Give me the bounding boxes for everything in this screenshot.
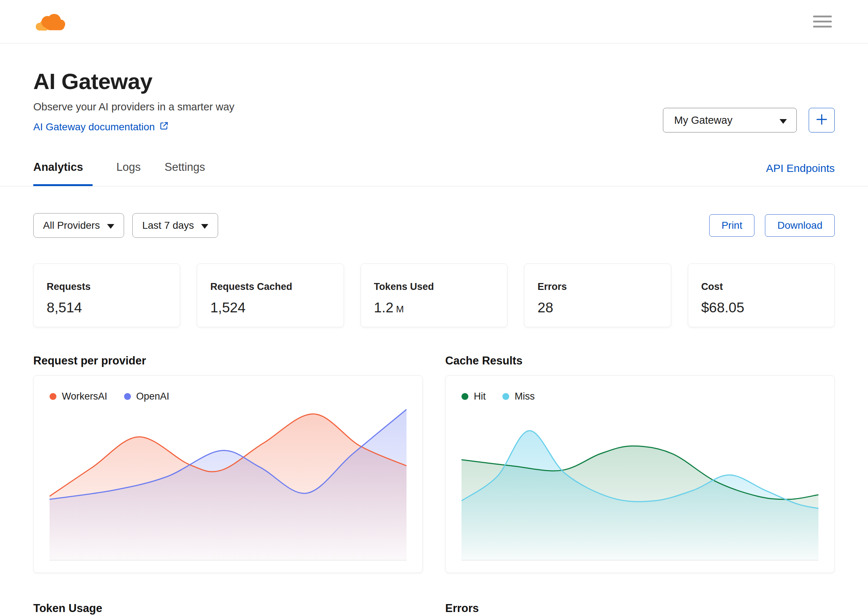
legend-label: Hit bbox=[474, 391, 486, 402]
legend-item-workersai: WorkersAI bbox=[50, 391, 107, 402]
date-range-dropdown[interactable]: Last 7 days bbox=[132, 213, 218, 238]
add-gateway-button[interactable] bbox=[809, 108, 835, 132]
stat-card-cost: Cost $68.05 bbox=[688, 264, 835, 327]
stat-label: Requests Cached bbox=[210, 281, 336, 292]
stat-value: 28 bbox=[537, 300, 663, 316]
requests-per-provider-chart-card: WorkersAI OpenAI bbox=[33, 375, 423, 573]
bottom-sections: Token Usage Errors bbox=[33, 602, 835, 615]
tabs: Analytics Logs Settings bbox=[33, 161, 205, 186]
page-title: AI Gateway bbox=[33, 68, 835, 95]
cache-results-area-chart bbox=[462, 408, 818, 561]
stat-value: 1.2M bbox=[374, 300, 500, 316]
filter-dropdowns: All Providers Last 7 days bbox=[33, 213, 218, 238]
legend-label: Miss bbox=[515, 391, 535, 402]
cloudflare-logo-icon[interactable] bbox=[33, 11, 69, 33]
gateway-select-value: My Gateway bbox=[674, 115, 732, 126]
chevron-down-icon bbox=[201, 220, 208, 231]
stat-card-tokens-used: Tokens Used 1.2M bbox=[360, 264, 508, 327]
stat-label: Errors bbox=[537, 281, 663, 292]
chart-column-requests-per-provider: Request per provider WorkersAI OpenAI bbox=[33, 354, 423, 573]
stat-label: Cost bbox=[701, 281, 827, 292]
stat-value: 1,524 bbox=[210, 300, 336, 316]
legend-dot bbox=[502, 393, 509, 400]
stat-card-requests-cached: Requests Cached 1,524 bbox=[197, 264, 343, 327]
stat-card-errors: Errors 28 bbox=[524, 264, 671, 327]
stat-label: Tokens Used bbox=[374, 281, 500, 292]
legend-label: OpenAI bbox=[136, 391, 170, 402]
external-link-icon bbox=[159, 121, 169, 133]
chevron-down-icon bbox=[779, 115, 787, 126]
chart-legend: WorkersAI OpenAI bbox=[50, 391, 406, 402]
tabs-row: Analytics Logs Settings API Endpoints bbox=[0, 161, 868, 186]
documentation-link[interactable]: AI Gateway documentation bbox=[33, 121, 169, 133]
stat-value: 8,514 bbox=[47, 300, 172, 316]
stats-row: Requests 8,514 Requests Cached 1,524 Tok… bbox=[33, 264, 835, 327]
legend-dot bbox=[124, 393, 131, 400]
requests-per-provider-area-chart bbox=[50, 408, 406, 561]
stat-value: $68.05 bbox=[701, 300, 827, 316]
tab-settings[interactable]: Settings bbox=[165, 161, 205, 186]
tab-analytics[interactable]: Analytics bbox=[33, 161, 92, 186]
stat-card-requests: Requests 8,514 bbox=[33, 264, 180, 327]
legend-dot bbox=[50, 393, 56, 400]
download-button[interactable]: Download bbox=[765, 214, 835, 237]
errors-title: Errors bbox=[445, 602, 835, 615]
hamburger-menu-icon[interactable] bbox=[813, 16, 832, 28]
stat-label: Requests bbox=[47, 281, 172, 292]
print-button[interactable]: Print bbox=[709, 214, 755, 237]
tab-logs[interactable]: Logs bbox=[116, 161, 141, 186]
chevron-down-icon bbox=[107, 220, 114, 231]
legend-item-openai: OpenAI bbox=[124, 391, 170, 402]
legend-label: WorkersAI bbox=[62, 391, 107, 402]
export-actions: Print Download bbox=[709, 214, 835, 237]
cache-results-chart-card: Hit Miss bbox=[445, 375, 835, 573]
token-usage-title: Token Usage bbox=[33, 602, 423, 615]
filters-row: All Providers Last 7 days Print Download bbox=[33, 213, 835, 238]
chart-legend: Hit Miss bbox=[462, 391, 818, 402]
charts-section: Request per provider WorkersAI OpenAI Ca… bbox=[33, 354, 835, 573]
header-controls: My Gateway bbox=[663, 108, 835, 132]
legend-dot bbox=[462, 393, 468, 400]
date-range-value: Last 7 days bbox=[142, 220, 194, 231]
legend-item-miss: Miss bbox=[502, 391, 535, 402]
gateway-select[interactable]: My Gateway bbox=[663, 108, 797, 132]
page-header: AI Gateway Observe your AI providers in … bbox=[33, 68, 835, 133]
topbar bbox=[0, 0, 868, 44]
plus-icon bbox=[816, 113, 828, 127]
chart-title: Cache Results bbox=[445, 354, 835, 367]
chart-title: Request per provider bbox=[33, 354, 423, 367]
chart-column-cache-results: Cache Results Hit Miss bbox=[445, 354, 835, 573]
providers-filter-dropdown[interactable]: All Providers bbox=[33, 213, 124, 238]
legend-item-hit: Hit bbox=[462, 391, 486, 402]
providers-filter-value: All Providers bbox=[43, 220, 100, 231]
documentation-link-label: AI Gateway documentation bbox=[33, 121, 155, 133]
api-endpoints-link[interactable]: API Endpoints bbox=[766, 162, 835, 186]
